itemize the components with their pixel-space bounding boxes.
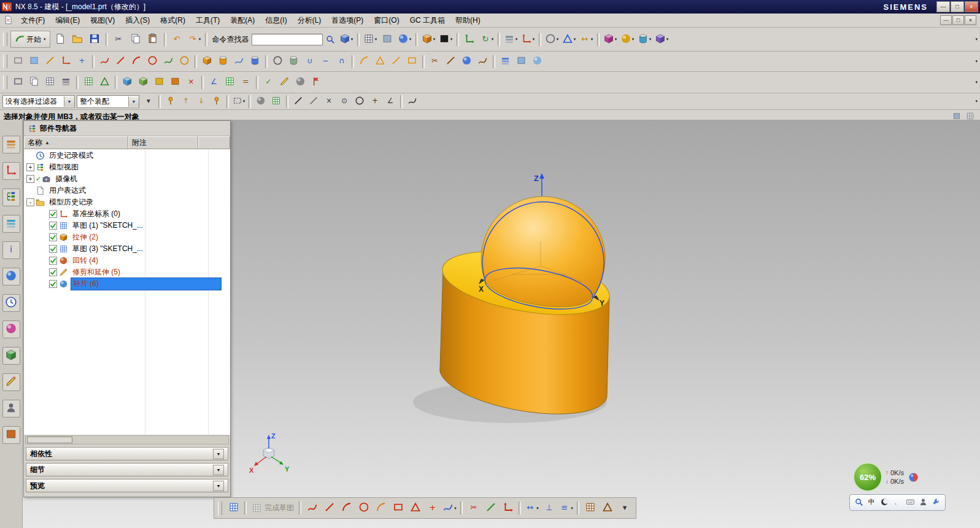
geometric-constraints-icon[interactable]: ⊥ bbox=[541, 500, 557, 516]
role-template-3-icon[interactable]: ▾ bbox=[636, 31, 653, 48]
make-corner-icon[interactable] bbox=[500, 500, 516, 516]
ime-logo-icon[interactable] bbox=[854, 497, 863, 508]
menu-item[interactable]: 格式(R) bbox=[155, 14, 190, 27]
measure-distance-icon[interactable]: ▾ bbox=[561, 31, 577, 48]
trim-body-icon[interactable]: ✂ bbox=[427, 54, 442, 69]
part-navigator-icon[interactable] bbox=[2, 188, 20, 206]
tree-item-user-expressions[interactable]: 用户表达式 bbox=[24, 185, 230, 196]
memory-percent-badge[interactable]: 62% bbox=[853, 462, 882, 492]
circle-curve-icon[interactable] bbox=[145, 54, 160, 69]
visualization-cube-icon[interactable]: ▾ bbox=[338, 31, 355, 48]
quick-trim-icon[interactable]: ✂ bbox=[465, 500, 482, 516]
boss-icon[interactable] bbox=[286, 54, 301, 69]
roles-icon[interactable] bbox=[2, 400, 20, 417]
undo-icon[interactable]: ↶ bbox=[169, 31, 185, 48]
dropdown-arrow-icon[interactable]: ▾ bbox=[492, 37, 494, 42]
quick-extend-icon[interactable] bbox=[482, 500, 499, 516]
toolbar-drag-handle[interactable] bbox=[3, 76, 7, 89]
immediate-check-icon[interactable] bbox=[309, 75, 324, 90]
tree-item-extrude-2[interactable]: 拉伸 (2) bbox=[24, 231, 230, 243]
intersect-icon[interactable]: ∩ bbox=[334, 54, 349, 69]
rotate-view-icon[interactable]: ↻▾ bbox=[479, 31, 495, 48]
ellipse-icon[interactable] bbox=[177, 54, 192, 69]
revolve-icon[interactable] bbox=[215, 54, 231, 69]
toolbar-drag-handle[interactable] bbox=[3, 33, 7, 46]
performance-widget[interactable]: 62% ↑0K/s ↓0K/s bbox=[853, 461, 939, 493]
scrollbar-thumb[interactable] bbox=[27, 437, 72, 443]
arc-icon[interactable] bbox=[338, 500, 355, 516]
dropdown-arrow-icon[interactable]: ▾ bbox=[591, 37, 593, 42]
replace-face-icon[interactable] bbox=[168, 75, 183, 90]
menu-item[interactable]: GC 工具箱 bbox=[405, 14, 450, 27]
ime-language-mode[interactable]: 中 bbox=[867, 497, 876, 508]
cut-icon[interactable]: ✂ bbox=[110, 31, 127, 48]
extrude-icon[interactable] bbox=[199, 54, 215, 69]
close-button[interactable]: × bbox=[965, 1, 978, 12]
ruled-surface-icon[interactable] bbox=[514, 54, 529, 69]
examine-geometry-icon[interactable]: ✓ bbox=[261, 75, 276, 90]
copy-icon[interactable] bbox=[128, 31, 144, 48]
annotation-icon[interactable]: ↔▾ bbox=[578, 31, 595, 48]
search-icon[interactable] bbox=[325, 34, 335, 44]
dropdown-arrow-icon[interactable]: ▾ bbox=[615, 37, 617, 42]
line-icon[interactable] bbox=[321, 500, 338, 516]
start-menu-button[interactable]: 开始 ▾ bbox=[10, 31, 50, 48]
tree-item-label[interactable]: 拉伸 (2) bbox=[71, 231, 222, 243]
save-icon[interactable] bbox=[87, 31, 103, 48]
object-display-icon[interactable] bbox=[293, 75, 308, 90]
window-layout-icon[interactable]: ▾ bbox=[362, 31, 379, 48]
pull-face-icon[interactable] bbox=[136, 75, 151, 90]
draft-icon[interactable] bbox=[388, 54, 404, 69]
circle-icon[interactable] bbox=[355, 500, 372, 516]
point-icon[interactable]: + bbox=[424, 500, 441, 516]
select-top-level-icon[interactable]: ↑ bbox=[179, 94, 193, 109]
tree-item-datum-csys[interactable]: 基准坐标系 (0) bbox=[24, 208, 230, 220]
role-template-4-icon[interactable]: ▾ bbox=[654, 31, 670, 48]
tile-windows-icon[interactable] bbox=[42, 75, 58, 90]
direct-sketch-icon[interactable] bbox=[10, 54, 26, 69]
show-hide-icon[interactable]: ▾ bbox=[544, 31, 560, 48]
mirror-curve-icon[interactable] bbox=[599, 500, 615, 516]
process-studio-icon[interactable] bbox=[2, 347, 20, 365]
unite-icon[interactable]: ∪ bbox=[302, 54, 317, 69]
expand-toggle-icon[interactable]: + bbox=[26, 163, 34, 171]
move-face-icon[interactable] bbox=[120, 75, 135, 90]
open-icon[interactable] bbox=[69, 31, 86, 48]
menu-item[interactable]: 窗口(O) bbox=[369, 14, 404, 27]
patch-body-icon[interactable] bbox=[459, 54, 474, 69]
horizontal-scrollbar[interactable] bbox=[25, 435, 229, 445]
history-icon[interactable] bbox=[2, 294, 20, 312]
tree-item-patch-6[interactable]: 补片 (6) bbox=[24, 278, 230, 290]
snap-arc-center-icon[interactable]: ⊙ bbox=[337, 94, 352, 109]
tree-item-label[interactable]: 草图 (1) "SKETCH_... bbox=[71, 220, 222, 231]
tree-item-trim-extend-5[interactable]: 修剪和延伸 (5) bbox=[24, 266, 230, 278]
toolbar-overflow-icon[interactable]: ▾ bbox=[975, 99, 978, 104]
chevron-down-icon[interactable]: ▾ bbox=[213, 481, 224, 491]
tree-item-label[interactable]: 用户表达式 bbox=[47, 185, 222, 196]
dropdown-arrow-icon[interactable]: ▾ bbox=[351, 37, 353, 42]
dropdown-arrow-icon[interactable]: ▾ bbox=[666, 37, 669, 42]
render-style-icon[interactable]: ▾ bbox=[396, 31, 413, 48]
sketch-task-environment-icon[interactable] bbox=[225, 500, 242, 516]
dropdown-arrow-icon[interactable]: ▾ bbox=[533, 37, 535, 42]
layer-settings-icon[interactable]: ▾ bbox=[503, 31, 519, 48]
toolbar-overflow-icon[interactable]: ▾ bbox=[975, 80, 978, 85]
dropdown-arrow-icon[interactable]: ▾ bbox=[454, 506, 457, 511]
mdi-close-button[interactable]: × bbox=[965, 15, 976, 25]
cascade-windows-icon[interactable] bbox=[26, 75, 42, 90]
menu-item[interactable]: 装配(A) bbox=[225, 14, 260, 27]
menu-item[interactable]: 帮助(H) bbox=[450, 14, 485, 27]
expand-toggle-icon[interactable]: - bbox=[26, 198, 34, 206]
menu-item[interactable]: 视图(V) bbox=[85, 14, 120, 27]
dependencies-panel[interactable]: 相依性 ▾ bbox=[26, 447, 228, 460]
toolbar-drag-handle[interactable] bbox=[3, 55, 7, 68]
assembly-navigator-icon[interactable] bbox=[2, 136, 20, 153]
edge-blend-icon[interactable] bbox=[357, 54, 372, 69]
dropdown-arrow-icon[interactable]: ▾ bbox=[450, 37, 453, 42]
tree-item-label[interactable]: 草图 (3) "SKETCH_... bbox=[71, 243, 222, 255]
feature-checkbox[interactable] bbox=[49, 210, 57, 218]
tree-item-label[interactable]: 基准坐标系 (0) bbox=[71, 208, 222, 220]
snap-endpoint-icon[interactable] bbox=[291, 94, 306, 109]
swept-icon[interactable] bbox=[231, 54, 247, 69]
window-list-icon[interactable] bbox=[58, 75, 74, 90]
